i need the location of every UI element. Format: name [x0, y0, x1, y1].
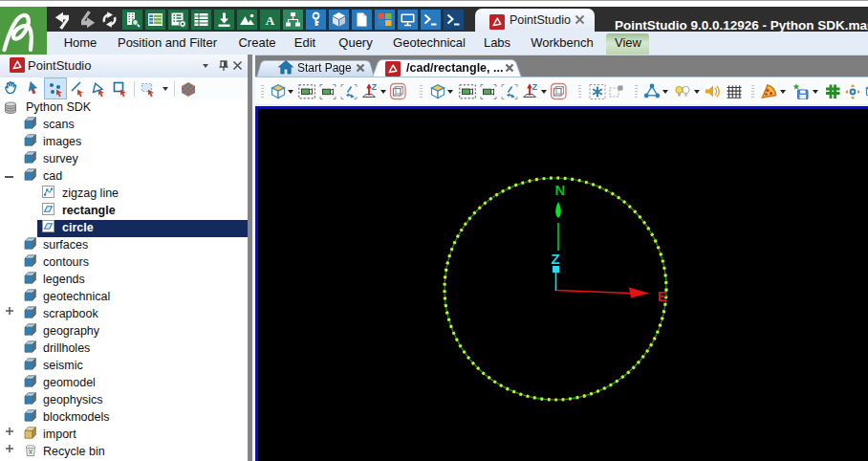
svg-text:E: E: [658, 288, 667, 304]
svg-text:A: A: [266, 13, 275, 28]
svg-text:N: N: [555, 182, 566, 198]
svg-text:Z: Z: [551, 251, 559, 267]
